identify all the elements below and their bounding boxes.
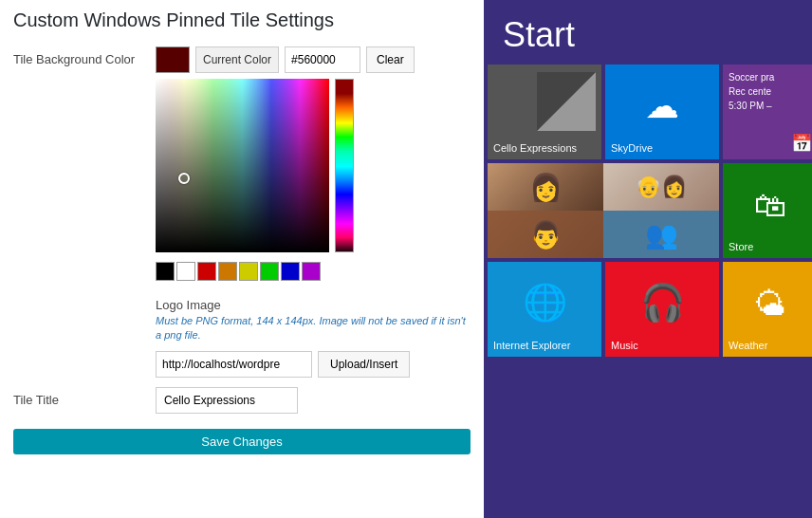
swatch-yellow[interactable] [239,262,258,281]
tile-sports[interactable]: Soccer praRec cente5:30 PM – 📅 [723,65,812,159]
tile-music-label: Music [611,340,713,351]
hue-slider[interactable] [335,79,354,252]
tile-store-label: Store [729,241,812,252]
color-gradient[interactable] [156,79,329,252]
people-photo-1: 👩 [488,163,603,211]
hex-input[interactable] [285,46,360,73]
upload-button[interactable]: Upload/Insert [318,351,410,378]
start-screen: Start Cello Expressions ☁ SkyDrive Socce… [484,0,812,518]
music-icon: 🎧 [640,282,685,324]
tile-weather-label: Weather [729,340,812,351]
people-photo-3: 👨 [488,211,603,258]
logo-section: Logo Image Must be PNG format, 144 x 144… [156,298,471,378]
swatch-blue[interactable] [281,262,300,281]
logo-input-row: Upload/Insert [156,351,471,378]
logo-url-input[interactable] [156,351,312,378]
current-color-swatch[interactable] [156,46,190,73]
tile-music[interactable]: 🎧 Music [605,262,719,357]
tile-skydrive-label: SkyDrive [611,142,713,154]
cloud-icon: ☁ [645,86,679,126]
swatch-white[interactable] [176,262,195,281]
people-photo-2: 👴👩 [603,163,719,211]
settings-panel: Custom Windows Pinned Tile Settings Tile… [0,0,484,518]
swatch-green[interactable] [260,262,279,281]
tile-title-label: Tile Title [13,393,156,407]
store-icon: 🛍 [754,187,786,224]
swatch-purple[interactable] [302,262,321,281]
tile-cello-label: Cello Expressions [493,142,596,154]
tile-weather[interactable]: 🌤 Weather [723,262,812,357]
weather-icon: 🌤 [754,286,786,323]
logo-label: Logo Image [156,298,471,312]
svg-rect-2 [156,79,329,252]
swatch-black[interactable] [156,262,175,281]
color-picker-section: Current Color Clear [156,46,415,281]
calendar-icon: 📅 [791,133,812,154]
tile-skydrive[interactable]: ☁ SkyDrive [605,65,719,159]
tile-title-input[interactable] [156,387,298,414]
save-button[interactable]: Save Changes [13,429,471,454]
sports-text: Soccer praRec cente5:30 PM – [729,70,774,113]
color-top-row: Current Color Clear [156,46,415,73]
tile-store[interactable]: 🛍 Store [723,163,812,258]
start-label: Start [484,0,812,65]
tile-ie-label: Internet Explorer [493,340,596,351]
background-color-label: Tile Background Color [13,46,156,66]
color-picker-area [156,79,415,252]
swatch-red[interactable] [197,262,216,281]
swatch-orange[interactable] [218,262,237,281]
background-color-row: Tile Background Color Current Color Clea… [13,46,471,281]
cello-icon [537,72,596,131]
gradient-svg [156,79,329,252]
hue-bar-svg [335,79,354,252]
people-photo-4: 👥 [603,211,719,258]
tile-ie[interactable]: 🌐 Internet Explorer [488,262,601,357]
svg-rect-3 [336,80,354,252]
clear-button[interactable]: Clear [366,46,415,73]
tile-title-row: Tile Title [13,387,471,414]
logo-note: Must be PNG format, 144 x 144px. Image w… [156,314,471,343]
tile-cello[interactable]: Cello Expressions [488,65,601,159]
ie-icon: 🌐 [523,282,567,324]
page-title: Custom Windows Pinned Tile Settings [13,9,471,31]
tile-people[interactable]: 👩 👴👩 👨 👥 [488,163,719,258]
current-color-label: Current Color [195,46,279,73]
color-swatches [156,262,415,281]
